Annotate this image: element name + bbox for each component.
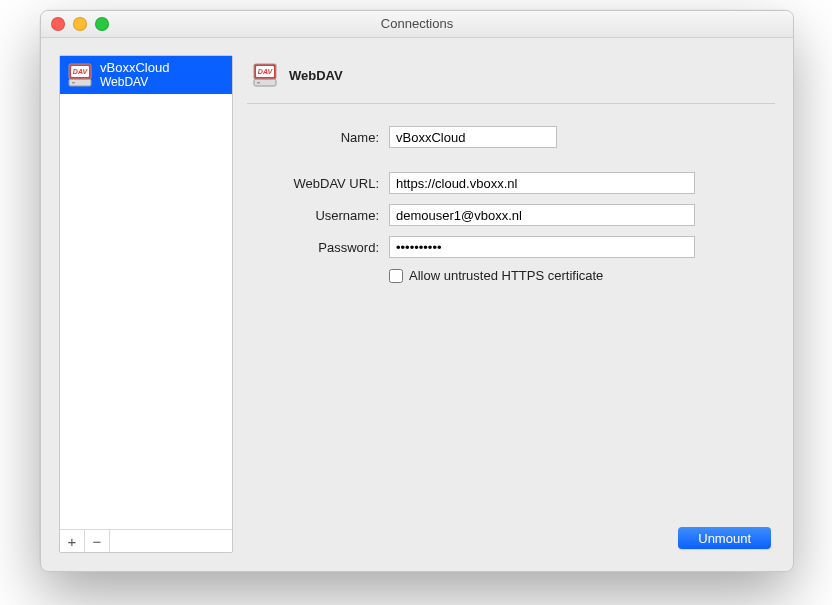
allow-untrusted-label: Allow untrusted HTTPS certificate (409, 268, 603, 283)
name-field[interactable] (389, 126, 557, 148)
svg-rect-4 (72, 82, 75, 83)
window-title: Connections (41, 11, 793, 37)
add-connection-button[interactable]: + (60, 530, 85, 552)
svg-text:DAV: DAV (258, 68, 274, 75)
protocol-heading: WebDAV (289, 68, 343, 83)
connection-item-subtitle: WebDAV (100, 75, 169, 90)
name-label: Name: (247, 130, 389, 145)
password-label: Password: (247, 240, 389, 255)
titlebar: Connections (41, 11, 793, 38)
connections-sidebar: DAV vBoxxCloud WebDAV + − (59, 55, 233, 553)
connection-detail-pane: DAV WebDAV Name: WebDAV URL: (247, 55, 775, 553)
username-label: Username: (247, 208, 389, 223)
webdav-url-field[interactable] (389, 172, 695, 194)
allow-untrusted-checkbox[interactable] (389, 269, 403, 283)
connections-window: Connections DAV vBoxxCloud (40, 10, 794, 572)
svg-rect-9 (257, 82, 260, 83)
webdav-drive-icon: DAV (251, 61, 279, 89)
password-field[interactable] (389, 236, 695, 258)
username-field[interactable] (389, 204, 695, 226)
unmount-button[interactable]: Unmount (678, 527, 771, 549)
sidebar-footer: + − (60, 529, 232, 552)
remove-connection-button[interactable]: − (85, 530, 110, 552)
connection-item-title: vBoxxCloud (100, 60, 169, 75)
svg-text:DAV: DAV (73, 68, 89, 75)
connection-list-item[interactable]: DAV vBoxxCloud WebDAV (60, 56, 232, 94)
webdav-drive-icon: DAV (66, 61, 94, 89)
url-label: WebDAV URL: (247, 176, 389, 191)
